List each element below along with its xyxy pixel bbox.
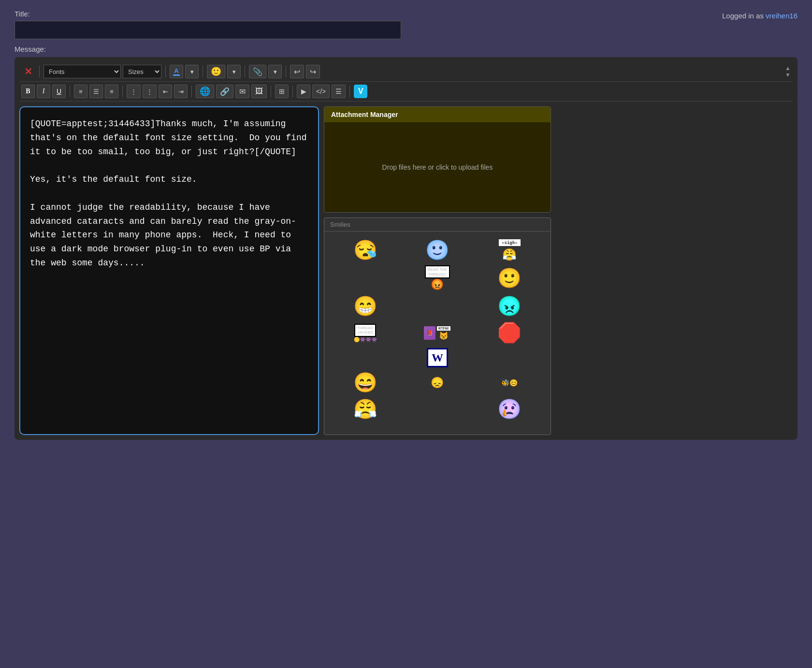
smiley-happy[interactable]: 🙂	[476, 265, 544, 291]
separator9	[271, 86, 271, 97]
right-panel: Attachment Manager Drop files here or cl…	[324, 106, 551, 435]
separator5	[286, 66, 286, 77]
toolbar-row2: B I U ≡ ☰ ≡ ⋮ ⋮ ⇤ ⇥ 🌐 🔗 ✉ 🖼 ⊞	[19, 82, 793, 102]
smiley-placeholder4	[476, 348, 544, 367]
attach-dropdown[interactable]: ▾	[268, 65, 282, 78]
email-button[interactable]: ✉	[235, 85, 249, 98]
smilies-section: Smilies 😪 🙂 ✳sigh✳ 😤	[324, 218, 551, 435]
username-link[interactable]: vreihen16	[766, 12, 798, 20]
font-color-dropdown[interactable]: ▾	[185, 65, 199, 78]
separator3	[203, 66, 203, 77]
message-label: Message:	[14, 45, 798, 53]
smiley-placeholder1	[331, 265, 399, 291]
smiley-placeholder3	[331, 348, 399, 367]
separator6	[70, 86, 70, 97]
spoiler-button[interactable]: ☰	[332, 85, 346, 98]
smiley-blue-sad[interactable]: 😢	[476, 398, 544, 421]
separator7	[122, 86, 123, 97]
smiley-sigh[interactable]: ✳sigh✳ 😤	[476, 238, 544, 261]
separator4	[245, 66, 245, 77]
smiley-rtfm[interactable]: 📕 RTFM! 😾	[403, 321, 471, 344]
indent-button[interactable]: ⇥	[174, 85, 188, 98]
vimeo-button[interactable]: V	[354, 85, 367, 98]
smiley-angry[interactable]: 😠	[476, 295, 544, 318]
size-select[interactable]: Sizes	[123, 65, 161, 78]
smilies-header: Smilies	[324, 218, 551, 232]
pacman-row: 🟡👾👾👾	[354, 337, 377, 342]
align-left-button[interactable]: ≡	[74, 85, 87, 98]
font-color-button[interactable]: A	[170, 65, 183, 78]
redo-button[interactable]: ↪	[306, 65, 320, 78]
read-thread-sign: READ THETHREAD!!	[425, 265, 450, 278]
editor-content-area: [QUOTE=apptest;31446433]Thanks much, I'm…	[19, 102, 793, 435]
image-link-button[interactable]: 🌐	[196, 85, 214, 98]
link-button[interactable]: 🔗	[216, 85, 233, 98]
close-button[interactable]: ✕	[21, 67, 35, 76]
threadjacked-sign: THREADJACKED	[354, 324, 376, 337]
rtfm-book: 📕	[424, 326, 435, 340]
scroll-arrows: ▲ ▼	[785, 65, 791, 78]
color-bar	[173, 74, 180, 76]
ordered-list-button[interactable]: ⋮	[127, 85, 141, 98]
video-button[interactable]: ▶	[297, 85, 310, 98]
align-center-button[interactable]: ☰	[89, 85, 103, 98]
editor-container: ✕ Fonts Sizes A ▾ 🙂 ▾ 📎 ▾	[14, 57, 798, 440]
attachment-header: Attachment Manager	[324, 107, 551, 122]
underline-button[interactable]: U	[52, 85, 66, 98]
separator8	[191, 86, 192, 97]
rtfm-sign-text: RTFM!	[436, 326, 451, 331]
underline-icon: U	[57, 87, 61, 95]
image-button[interactable]: 🖼	[251, 85, 267, 98]
align-right-button[interactable]: ≡	[105, 85, 118, 98]
workaround-w-icon: W	[427, 348, 448, 367]
login-info: Logged in as vreihen16	[722, 10, 798, 20]
rtfm-container: 📕 RTFM! 😾	[424, 326, 451, 340]
bold-button[interactable]: B	[21, 85, 35, 98]
smiley-angry2[interactable]: 😤	[331, 398, 399, 421]
smiley-dropdown[interactable]: ▾	[227, 65, 241, 78]
undo-button[interactable]: ↩	[290, 65, 304, 78]
attachment-manager[interactable]: Attachment Manager Drop files here or cl…	[324, 106, 551, 213]
font-select[interactable]: Fonts	[44, 65, 121, 78]
title-label: Title:	[14, 10, 450, 18]
smiley-happy-big[interactable]: 😄	[331, 371, 399, 394]
smiley-smile[interactable]: 🙂	[403, 238, 471, 261]
italic-icon: I	[43, 87, 45, 95]
smiley-placeholder5	[403, 398, 471, 421]
sigh-sign-text: ✳sigh✳	[498, 238, 522, 247]
separator1	[39, 66, 40, 77]
outdent-button[interactable]: ⇤	[159, 85, 172, 98]
smiley-sad-sign[interactable]: 😞	[403, 371, 471, 394]
font-color-icon: A	[174, 68, 178, 74]
smiley-threadjacked[interactable]: THREADJACKED 🟡👾👾👾	[331, 321, 399, 344]
smiley-tiny-group[interactable]: 🐝😊	[476, 371, 544, 394]
bold-icon: B	[26, 87, 30, 95]
code-button[interactable]: </>	[312, 85, 330, 98]
toolbar-row1: ✕ Fonts Sizes A ▾ 🙂 ▾ 📎 ▾	[19, 62, 793, 82]
table-button[interactable]: ⊞	[275, 85, 289, 98]
smiley-stop[interactable]: 🛑	[476, 321, 544, 344]
italic-button[interactable]: I	[37, 85, 50, 98]
smiley-grin[interactable]: 😁	[331, 295, 399, 318]
smiley-workaround[interactable]: W	[403, 348, 471, 367]
smiley-button[interactable]: 🙂	[207, 65, 225, 78]
separator10	[292, 86, 293, 97]
attach-button[interactable]: 📎	[249, 65, 266, 78]
smiley-read-thread[interactable]: READ THETHREAD!! 😡	[403, 265, 471, 291]
drop-text: Drop files here or click to upload files	[382, 163, 493, 171]
unordered-list-button[interactable]: ⋮	[143, 85, 157, 98]
scroll-down-icon[interactable]: ▼	[785, 72, 791, 78]
message-textarea[interactable]: [QUOTE=apptest;31446433]Thanks much, I'm…	[19, 106, 319, 435]
smiley-sleeping[interactable]: 😪	[331, 238, 399, 261]
smiley-placeholder2	[403, 295, 471, 318]
separator11	[349, 86, 350, 97]
smilies-grid: 😪 🙂 ✳sigh✳ 😤	[324, 232, 551, 427]
separator2	[165, 66, 166, 77]
scroll-up-icon[interactable]: ▲	[785, 65, 791, 71]
attachment-drop-zone[interactable]: Drop files here or click to upload files	[324, 122, 551, 212]
title-input[interactable]	[14, 21, 401, 39]
